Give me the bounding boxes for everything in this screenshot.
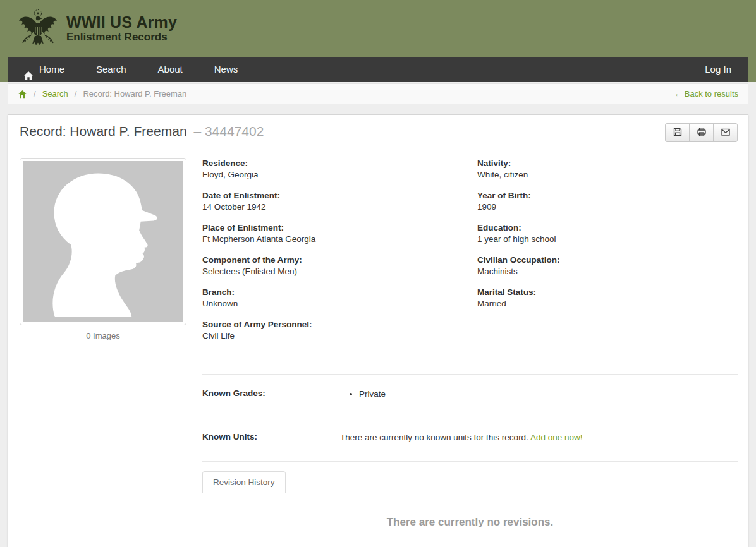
field-education: Education: 1 year of high school bbox=[477, 222, 738, 245]
breadcrumb-separator: / bbox=[75, 89, 77, 99]
tab-revision-history[interactable]: Revision History bbox=[202, 471, 286, 493]
login-link[interactable]: Log In bbox=[688, 57, 748, 82]
nav-item-search[interactable]: Search bbox=[80, 57, 142, 82]
breadcrumb-strip: / Search / Record: Howard P. Freeman ← B… bbox=[0, 82, 756, 104]
site-title: WWII US Army bbox=[66, 13, 177, 31]
field-date-of-enlistment: Date of Enlistment: 14 October 1942 bbox=[202, 190, 477, 213]
known-grades-section: Known Grades: Private bbox=[202, 374, 738, 418]
breadcrumb-separator: / bbox=[34, 89, 36, 99]
breadcrumb-home-icon[interactable] bbox=[18, 90, 27, 99]
known-units-empty-message: There are currently no known units for t… bbox=[340, 432, 582, 443]
field-year-of-birth: Year of Birth: 1909 bbox=[477, 190, 738, 213]
record-details-column: Residence: Floyd, Georgia Date of Enlist… bbox=[202, 158, 738, 547]
field-nativity: Nativity: White, citizen bbox=[477, 158, 738, 181]
known-grades-label: Known Grades: bbox=[202, 388, 340, 400]
image-count-caption: 0 Images bbox=[20, 331, 186, 340]
record-name: Record: Howard P. Freeman bbox=[20, 124, 187, 138]
grade-item: Private bbox=[359, 388, 386, 400]
breadcrumb-search-link[interactable]: Search bbox=[42, 89, 68, 99]
email-button[interactable] bbox=[713, 123, 738, 142]
record-actions-toolbar bbox=[665, 123, 738, 142]
print-icon bbox=[697, 127, 707, 139]
revisions-empty-message: There are currently no revisions. bbox=[202, 493, 738, 547]
save-icon bbox=[673, 127, 683, 139]
field-residence: Residence: Floyd, Georgia bbox=[202, 158, 477, 181]
fields-column-left: Residence: Floyd, Georgia Date of Enlist… bbox=[202, 158, 477, 351]
soldier-silhouette-image bbox=[23, 161, 183, 322]
site-subtitle: Enlistment Records bbox=[66, 31, 177, 44]
main-navbar: Home Search About News Log In bbox=[8, 57, 748, 82]
save-button[interactable] bbox=[665, 123, 690, 142]
field-place-of-enlistment: Place of Enlistment: Ft Mcpherson Atlant… bbox=[202, 222, 477, 245]
field-source-of-personnel: Source of Army Personnel: Civil Life bbox=[202, 319, 477, 342]
known-grades-list: Private bbox=[340, 388, 386, 400]
revision-history-section: Revision History There are currently no … bbox=[202, 461, 738, 547]
record-serial-number: – 34447402 bbox=[193, 124, 264, 138]
field-component-of-army: Component of the Army: Selectees (Enlist… bbox=[202, 255, 477, 277]
record-card-body: 0 Images Residence: Floyd, Georgia Date … bbox=[8, 148, 748, 547]
add-unit-link[interactable]: Add one now! bbox=[530, 433, 583, 442]
breadcrumb-current: Record: Howard P. Freeman bbox=[83, 89, 186, 99]
record-card-header: Record: Howard P. Freeman – 34447402 bbox=[8, 115, 748, 148]
record-image-column: 0 Images bbox=[20, 158, 202, 547]
record-image-thumbnail[interactable] bbox=[20, 158, 186, 325]
nav-item-about[interactable]: About bbox=[142, 57, 198, 82]
record-fields: Residence: Floyd, Georgia Date of Enlist… bbox=[202, 158, 738, 351]
field-marital-status: Marital Status: Married bbox=[477, 287, 738, 310]
site-header: WWII US Army Enlistment Records Home Sea… bbox=[0, 0, 756, 82]
nav-strip: Home Search About News Log In bbox=[0, 57, 756, 82]
site-brand[interactable]: WWII US Army Enlistment Records bbox=[8, 0, 748, 57]
back-to-results-link[interactable]: ← Back to results bbox=[674, 89, 738, 99]
nav-item-news[interactable]: News bbox=[198, 57, 254, 82]
field-branch: Branch: Unknown bbox=[202, 287, 477, 310]
nav-home-label: Home bbox=[39, 57, 64, 82]
known-units-label: Known Units: bbox=[202, 432, 340, 443]
tab-bar: Revision History bbox=[202, 471, 738, 493]
known-units-section: Known Units: There are currently no know… bbox=[202, 418, 738, 461]
breadcrumb: / Search / Record: Howard P. Freeman ← B… bbox=[8, 83, 748, 104]
envelope-icon bbox=[721, 127, 731, 139]
home-icon bbox=[23, 65, 34, 75]
print-button[interactable] bbox=[689, 123, 714, 142]
fields-column-right: Nativity: White, citizen Year of Birth: … bbox=[477, 158, 738, 351]
record-card: Record: Howard P. Freeman – 34447402 bbox=[8, 114, 748, 547]
army-eagle-seal-logo bbox=[18, 8, 58, 49]
field-civilian-occupation: Civilian Occupation: Machinists bbox=[477, 255, 738, 277]
nav-item-home[interactable]: Home bbox=[8, 57, 80, 82]
page-title: Record: Howard P. Freeman – 34447402 bbox=[20, 124, 736, 139]
